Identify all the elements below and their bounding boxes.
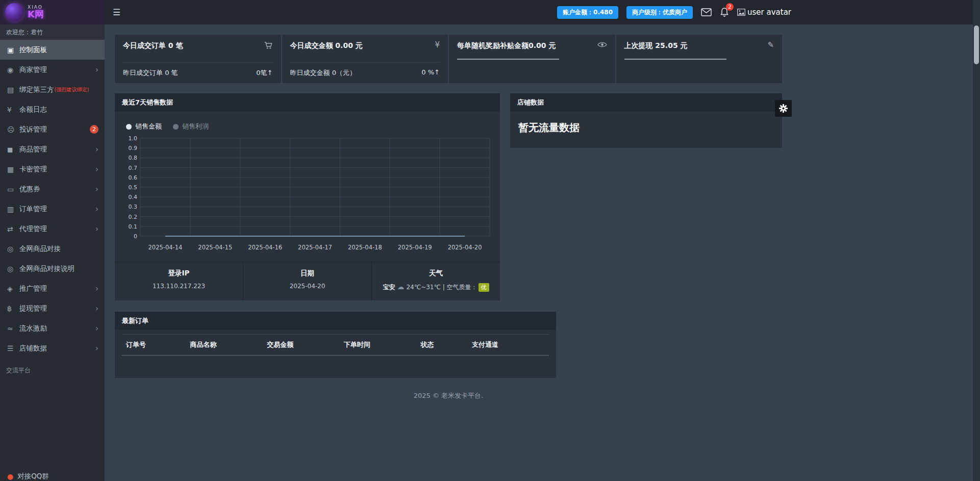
eye-icon — [597, 41, 607, 49]
stat-card-underline — [457, 59, 559, 60]
legend-label: 销售利润 — [182, 122, 209, 131]
messages-button[interactable] — [701, 8, 712, 16]
sidebar-item[interactable]: ≈流水激励› — [0, 318, 105, 338]
sidebar-item-label: 商品管理 — [19, 145, 47, 154]
topbar-right: 账户金额：0.480 商户级别：优质商户 2 user avatar — [557, 6, 791, 19]
sidebar-item[interactable]: ▣控制面板 — [0, 40, 105, 60]
stat-card-title: 今日成交金额 0.00 元 — [290, 41, 363, 50]
chevron-right-icon: › — [95, 145, 98, 154]
gear-icon — [779, 104, 788, 113]
goods-briefcase-icon: ◼ — [7, 145, 19, 154]
user-avatar[interactable]: user avatar — [737, 8, 791, 17]
sidebar-item[interactable]: ◎全网商品对接 — [0, 239, 105, 259]
stat-card-title: 上次提现 25.05 元 — [624, 41, 688, 50]
sidebar-item[interactable]: ⇄代理管理› — [0, 219, 105, 239]
info-cell-value: 宝安☁24℃~31℃ | 空气质量：优 — [372, 283, 500, 292]
sidebar-item[interactable]: ◉商家管理› — [0, 60, 105, 80]
hamburger-icon[interactable]: ☰ — [113, 7, 120, 17]
legend-dot-icon — [173, 124, 179, 130]
stat-card-bottom: 昨日成交订单 0 笔0笔↑ — [123, 62, 273, 78]
sidebar-item[interactable]: ▦卡密管理› — [0, 159, 105, 179]
weather-city: 宝安 — [383, 284, 395, 291]
account-balance-button[interactable]: 账户金额：0.480 — [557, 6, 618, 19]
chevron-right-icon: › — [95, 205, 98, 214]
sidebar-item[interactable]: ฿提现管理› — [0, 298, 105, 318]
sidebar-item[interactable]: ◈推广管理› — [0, 279, 105, 298]
info-cell-title: 登录IP — [115, 269, 243, 278]
sidebar-item-label: 卡密管理 — [19, 165, 47, 174]
complaint-face-icon: ☹ — [7, 125, 19, 134]
info-cell-value: 113.110.217.223 — [115, 283, 243, 290]
sales-chart-panel-title: 最近7天销售数据 — [115, 93, 500, 112]
sidebar-item[interactable]: ◼商品管理› — [0, 139, 105, 159]
sidebar-item-label: 全网商品对接 — [19, 244, 61, 254]
info-cell-title: 日期 — [243, 269, 371, 278]
sidebar-item-label: 控制面板 — [19, 45, 47, 55]
stat-card-sub-label: 昨日成交金额 0（元） — [290, 68, 356, 78]
stat-card-top: 今日成交订单 0 笔 — [123, 41, 273, 51]
notification-count-badge: 2 — [726, 3, 734, 11]
main-content: 今日成交订单 0 笔昨日成交订单 0 笔0笔↑今日成交金额 0.00 元¥昨日成… — [105, 24, 792, 411]
info-row: 登录IP113.110.217.223日期2025-04-20天气宝安☁24℃~… — [115, 262, 500, 300]
stat-card-bottom: 昨日成交金额 0（元）0 %↑ — [290, 62, 440, 78]
merchant-level-button[interactable]: 商户级别：优质商户 — [626, 6, 693, 19]
sidebar-item-label: 提现管理 — [19, 304, 47, 313]
sidebar-item[interactable]: ☹投诉管理2 — [0, 119, 105, 139]
stat-card-sub-value: 0 %↑ — [421, 68, 440, 78]
svg-text:0.2: 0.2 — [129, 214, 138, 220]
settings-gear-button[interactable] — [775, 100, 792, 117]
scrollbar[interactable] — [973, 0, 980, 481]
stat-card-sub-value: 0笔↑ — [256, 68, 272, 78]
sidebar-item-label: 余额日志 — [19, 105, 47, 114]
sidebar-item-qq-group[interactable]: ● 对接QQ群 — [0, 468, 105, 481]
sidebar-item[interactable]: ▥订单管理› — [0, 199, 105, 219]
topbar: ☰ 账户金额：0.480 商户级别：优质商户 2 user avatar — [105, 0, 980, 24]
shop-data-body: 暂无流量数据 — [510, 112, 782, 148]
legend-item[interactable]: 销售金额 — [126, 122, 162, 131]
chevron-right-icon: › — [95, 344, 98, 353]
logo[interactable]: XIAO K网 — [0, 0, 105, 24]
shop-empty-text: 暂无流量数据 — [518, 121, 774, 135]
scrollbar-thumb[interactable] — [974, 26, 979, 64]
cart-icon — [264, 41, 273, 51]
desktop-icon: ▣ — [7, 46, 19, 54]
sidebar-item[interactable]: ¥余额日志 — [0, 99, 105, 119]
sales-line-chart: 00.10.20.30.40.50.60.70.80.91.02025-04-1… — [122, 133, 493, 256]
svg-text:0.8: 0.8 — [129, 155, 138, 161]
svg-text:2025-04-17: 2025-04-17 — [298, 244, 332, 251]
orders-header-row: 订单号商品名称交易金额下单时间状态支付通道 — [122, 335, 549, 356]
stat-card-title: 今日成交订单 0 笔 — [123, 41, 183, 50]
info-cell-value: 2025-04-20 — [243, 283, 371, 290]
notifications-button[interactable]: 2 — [720, 7, 729, 17]
sidebar-item[interactable]: ▭优惠券› — [0, 179, 105, 199]
stat-card: 上次提现 25.05 元✎ — [616, 35, 783, 83]
welcome-text: 欢迎您：君竹 — [0, 24, 105, 40]
svg-text:0.4: 0.4 — [129, 194, 138, 200]
sidebar-item-label: 全网商品对接说明 — [19, 264, 74, 273]
sales-chart-panel: 最近7天销售数据 销售金额销售利润 00.10.20.30.40.50.60.7… — [115, 93, 500, 300]
svg-text:0.9: 0.9 — [129, 145, 138, 151]
chevron-right-icon: › — [95, 224, 98, 234]
svg-text:1.0: 1.0 — [129, 135, 138, 142]
svg-text:2025-04-15: 2025-04-15 — [198, 244, 232, 251]
orders-column-header: 订单号 — [122, 335, 186, 356]
orders-column-header: 交易金额 — [263, 335, 340, 356]
svg-text:2025-04-14: 2025-04-14 — [148, 244, 183, 251]
cloud-icon: ☁ — [397, 283, 404, 291]
coupon-icon: ▭ — [7, 185, 19, 193]
sidebar-item-label: 店铺数据 — [19, 344, 47, 353]
sidebar-item-label: 推广管理 — [19, 284, 47, 293]
shop-data-panel-title: 店铺数据 — [510, 93, 782, 112]
stat-card-top: 每单随机奖励补贴金额0.00 元 — [457, 41, 607, 50]
aqi-badge: 优 — [479, 283, 489, 292]
link-circle-icon: ◎ — [7, 245, 19, 253]
sidebar-item-label: 绑定第三方 — [19, 85, 54, 94]
legend-item[interactable]: 销售利润 — [173, 122, 209, 131]
sidebar-item[interactable]: ▤绑定第三方(强烈建议绑定) — [0, 80, 105, 99]
sidebar-item[interactable]: ◎全网商品对接说明 — [0, 259, 105, 279]
orders-chart-icon: ▥ — [7, 205, 19, 213]
sidebar-item[interactable]: ☰店铺数据› — [0, 338, 105, 358]
orders-body: 订单号商品名称交易金额下单时间状态支付通道 — [115, 330, 556, 378]
users-icon: ◉ — [7, 66, 19, 74]
promo-share-icon: ◈ — [7, 285, 19, 293]
